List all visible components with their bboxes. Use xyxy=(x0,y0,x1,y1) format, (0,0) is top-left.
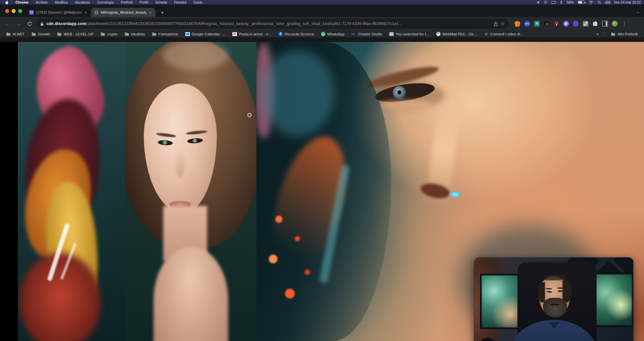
presenter-eyebrow xyxy=(557,287,564,289)
presenter-eyebrow xyxy=(546,288,552,289)
other-bookmarks-folder[interactable]: Altri Preferiti xyxy=(608,32,641,36)
notion-extension-icon[interactable] xyxy=(534,21,540,27)
extensions-puzzle-icon[interactable] xyxy=(592,21,598,27)
artwork-portrait-panel xyxy=(125,42,256,341)
webmail-envelope-icon xyxy=(436,32,440,36)
menubar-item-scheda[interactable]: Scheda xyxy=(155,0,167,4)
location-icon[interactable] xyxy=(536,1,540,4)
macos-menubar: Chrome Archivio Modifica Visualizza Cron… xyxy=(0,0,644,5)
folder-icon xyxy=(152,32,156,36)
lock-icon[interactable] xyxy=(40,22,44,26)
control-center-icon[interactable] xyxy=(605,1,610,4)
url-path: /attachments/1013512335442333816/1088905… xyxy=(86,21,402,26)
forward-button[interactable]: → xyxy=(14,19,23,28)
purple-circle-extension-icon[interactable] xyxy=(563,21,569,27)
purple-blob-extension-icon[interactable] xyxy=(573,21,579,27)
tab-search-chevron-icon[interactable] xyxy=(636,10,639,13)
sidebar-panel-icon[interactable] xyxy=(602,21,608,27)
meta-icon xyxy=(352,32,356,36)
url-domain: cdn.discordapp.com xyxy=(46,21,86,26)
dark-circle-extension-icon[interactable] xyxy=(544,21,550,27)
menubar-item-archivio[interactable]: Archivio xyxy=(36,0,48,4)
bookmark-star-icon[interactable]: ☆ xyxy=(501,21,505,27)
menubar-item-guida[interactable]: Guida xyxy=(193,0,203,4)
bookmark-label: AI ART xyxy=(13,32,24,36)
menubar-clock[interactable]: Ven 24 mar 20:22 xyxy=(614,0,641,4)
folder-icon xyxy=(57,32,62,36)
profile-avatar[interactable] xyxy=(612,21,618,27)
window-controls xyxy=(5,9,22,13)
tab-image-active[interactable]: MRregista_Abstract_beauty._ × xyxy=(91,8,156,17)
menubar-item-profili[interactable]: Profili xyxy=(140,0,148,4)
share-icon[interactable] xyxy=(494,21,498,26)
discord-favicon xyxy=(29,10,34,15)
bookmark-folder-ai-art[interactable]: AI ART xyxy=(3,32,27,36)
browser-menu-icon[interactable]: ⋮ xyxy=(622,21,627,27)
bookmark-folder-web-level-up[interactable]: WEB - LEVEL-UP xyxy=(54,32,96,36)
tab-discord[interactable]: (2762) Discord | @Midjourney × xyxy=(26,8,91,17)
bookmark-label: Creator Studio xyxy=(358,32,382,36)
menubar-item-finestra[interactable]: Finestra xyxy=(174,0,186,4)
bookmark-folder-idealista[interactable]: idealista xyxy=(122,32,148,36)
menubar-item-cronologia[interactable]: Cronologia xyxy=(97,0,114,4)
page-content: A TIRING xyxy=(0,42,644,341)
bookmarks-divider xyxy=(604,32,605,36)
metamask-extension-icon[interactable] xyxy=(514,21,520,27)
bookmarks-bar: AI ART Growth WEB - LEVEL-UP crypto idea… xyxy=(0,31,644,37)
portrait-hair-shine xyxy=(162,42,229,70)
video-play-icon xyxy=(484,32,489,36)
apple-menu-icon[interactable] xyxy=(5,0,8,4)
menubar-item-chrome[interactable]: Chrome xyxy=(16,0,29,4)
menubar-item-preferiti[interactable]: Preferiti xyxy=(121,0,132,4)
bookmark-gmail-inbox[interactable]: Posta in arrivo - ri... xyxy=(229,32,274,36)
portrait-iris xyxy=(192,138,197,143)
display-mirroring-icon[interactable] xyxy=(551,1,556,4)
wave-extension-icon[interactable] xyxy=(524,21,530,27)
menubar-item-modifica[interactable]: Modifica xyxy=(55,0,68,4)
reload-button[interactable] xyxy=(25,19,34,28)
bookmark-facebook-profile[interactable]: Riccardo Scrocca xyxy=(276,32,317,36)
spotlight-search-icon[interactable] xyxy=(598,1,601,4)
new-tab-button[interactable]: + xyxy=(158,8,167,17)
bookmark-whatsapp[interactable]: WhatsApp xyxy=(318,32,347,36)
close-tab-icon[interactable]: × xyxy=(84,10,88,15)
url-text: cdn.discordapp.com /attachments/10135123… xyxy=(46,21,491,26)
password-key-extension-icon[interactable] xyxy=(553,21,559,27)
bookmark-webmail-pec[interactable]: WebMail PEC - De... xyxy=(433,32,480,36)
bookmark-google-calendar[interactable]: Google Calendar -... xyxy=(182,32,229,36)
glass-teal-reflection xyxy=(261,50,334,136)
minimize-window-button[interactable] xyxy=(12,9,16,13)
gmail-icon xyxy=(232,32,237,36)
webcam-overlay: A TIRING xyxy=(474,257,634,341)
bookmark-folder-formazione[interactable]: Formazione xyxy=(149,32,181,36)
wifi-icon[interactable] xyxy=(589,1,593,4)
bookmarks-overflow-chevron[interactable]: » xyxy=(594,32,601,36)
bookmark-video-converter[interactable]: Converti i video di... xyxy=(481,32,526,36)
google-calendar-icon xyxy=(185,32,190,36)
glass-light-dot xyxy=(269,255,278,263)
bookmark-folder-crypto[interactable]: crypto xyxy=(98,32,120,36)
close-tab-icon[interactable]: × xyxy=(149,10,153,15)
page-icon xyxy=(389,32,394,36)
glass-light-dot xyxy=(275,216,282,223)
bookmark-folder-growth[interactable]: Growth xyxy=(29,32,53,36)
zoom-window-button[interactable] xyxy=(18,9,22,13)
menubar-item-visualizza[interactable]: Visualizza xyxy=(75,0,90,4)
presenter-hair xyxy=(538,282,545,302)
battery-percent-label: 56% xyxy=(567,0,574,4)
address-bar[interactable]: cdn.discordapp.com /attachments/10135123… xyxy=(36,19,509,29)
bookmark-label: Riccardo Scrocca xyxy=(285,32,314,36)
glass-light-dot xyxy=(295,236,300,241)
close-window-button[interactable] xyxy=(5,9,9,13)
bluetooth-icon[interactable] xyxy=(560,0,563,4)
bookmark-label: WhatsApp xyxy=(327,32,344,36)
bookmark-creator-studio[interactable]: Creator Studio xyxy=(349,32,385,36)
browser-toolbar: ← → cdn.discordapp.com /attachments/1013… xyxy=(0,17,644,31)
folder-icon xyxy=(611,32,615,36)
screen-record-icon[interactable] xyxy=(544,1,547,4)
bookmark-you-searched[interactable]: You searched for I... xyxy=(386,32,432,36)
artwork-left-abstract-panel xyxy=(18,42,125,341)
glass-light-dot xyxy=(285,289,295,298)
grid-extension-icon[interactable] xyxy=(583,21,588,27)
back-button[interactable]: ← xyxy=(3,19,12,28)
